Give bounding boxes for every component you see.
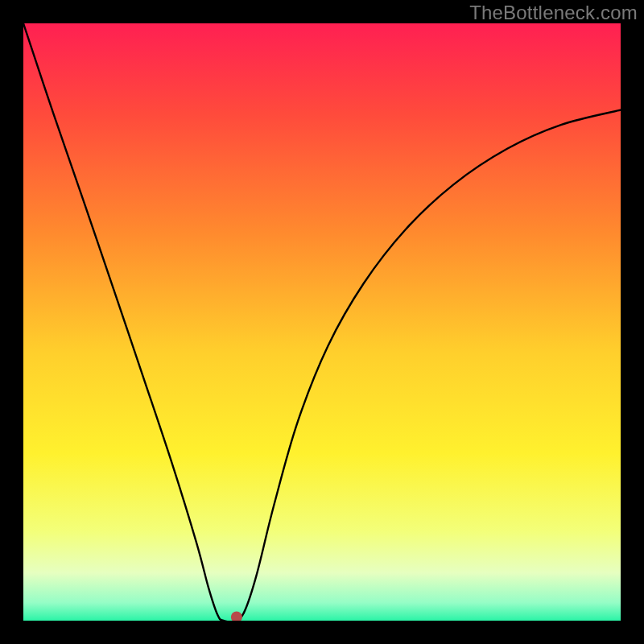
chart-svg — [23, 23, 621, 621]
watermark-text: TheBottleneck.com — [469, 2, 638, 24]
plot-area — [23, 23, 621, 621]
chart-frame: TheBottleneck.com — [0, 0, 644, 644]
gradient-rect — [23, 23, 621, 621]
